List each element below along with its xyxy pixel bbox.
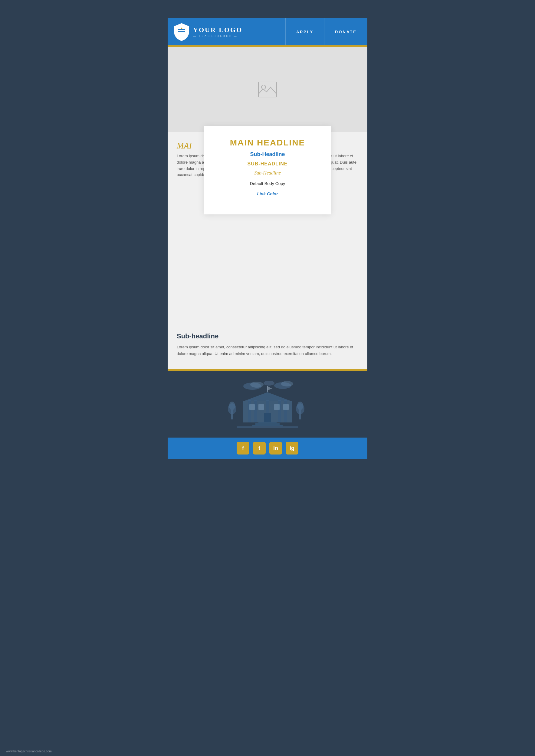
svg-rect-27 [283, 404, 289, 410]
content-section: MAI Lorem ipsum dolor sit amet, consecte… [168, 132, 367, 323]
linkedin-icon[interactable]: in [269, 442, 282, 454]
shield-icon [174, 23, 189, 41]
svg-rect-1 [178, 31, 185, 32]
svg-point-12 [229, 402, 235, 410]
modal-main-headline: MAIN HEADLINE [219, 138, 316, 148]
logo-main-text: Your Logo [193, 26, 242, 34]
svg-rect-25 [258, 404, 264, 410]
hero-section [168, 47, 367, 132]
sub-section: Sub-headline Lorem ipsum dolor sit amet,… [168, 323, 367, 369]
building-illustration-icon [222, 377, 313, 432]
svg-rect-18 [254, 400, 257, 422]
sub-section-headline: Sub-headline [177, 332, 358, 340]
svg-point-9 [264, 381, 274, 386]
modal-body-copy: Default Body Copy [219, 181, 316, 186]
email-header: Your Logo — Placeholder — APPLY DONATE [168, 18, 367, 45]
modal-sub-headline-bold: Sub-Headline [219, 151, 316, 157]
nav-apply[interactable]: APPLY [285, 18, 324, 45]
twitter-icon[interactable]: t [253, 442, 266, 454]
logo-text: Your Logo — Placeholder — [193, 26, 242, 38]
sub-section-body: Lorem ipsum dolor sit amet, consectetur … [177, 344, 358, 357]
facebook-icon[interactable]: f [237, 442, 249, 454]
svg-rect-23 [264, 413, 271, 422]
svg-point-8 [281, 381, 293, 387]
svg-rect-30 [252, 425, 283, 426]
svg-rect-26 [274, 404, 280, 410]
instagram-icon[interactable]: ig [286, 442, 298, 454]
svg-point-4 [262, 85, 266, 89]
svg-rect-0 [178, 29, 185, 30]
modal-sub-headline-upper: SUB-HEADLINE [219, 161, 316, 167]
modal-card: MAIN HEADLINE Sub-Headline SUB-HEADLINE … [204, 126, 331, 214]
nav-items: APPLY DONATE [285, 18, 367, 45]
svg-rect-31 [237, 426, 298, 428]
svg-point-15 [297, 402, 303, 410]
svg-marker-22 [243, 392, 292, 401]
nav-donate[interactable]: DONATE [324, 18, 367, 45]
logo-sub-text: — Placeholder — [193, 35, 242, 38]
image-placeholder [257, 80, 278, 98]
svg-rect-21 [284, 400, 287, 422]
website-url: www.heritagechristiancollege.com [6, 750, 52, 753]
svg-rect-3 [258, 82, 277, 97]
svg-rect-28 [258, 422, 277, 423]
modal-sub-headline-italic: Sub-Headline [219, 170, 316, 176]
footer-building [168, 371, 367, 438]
email-container: Your Logo — Placeholder — APPLY DONATE [168, 18, 367, 459]
social-bar: f t in ig [168, 438, 367, 459]
logo-area: Your Logo — Placeholder — [168, 18, 285, 45]
svg-rect-20 [278, 400, 281, 422]
image-placeholder-icon [257, 80, 278, 98]
svg-rect-24 [249, 404, 255, 410]
svg-marker-33 [268, 386, 272, 391]
svg-rect-29 [255, 423, 280, 425]
svg-point-6 [250, 382, 264, 388]
svg-rect-17 [248, 400, 251, 422]
modal-link-color[interactable]: Link Color [219, 191, 316, 196]
